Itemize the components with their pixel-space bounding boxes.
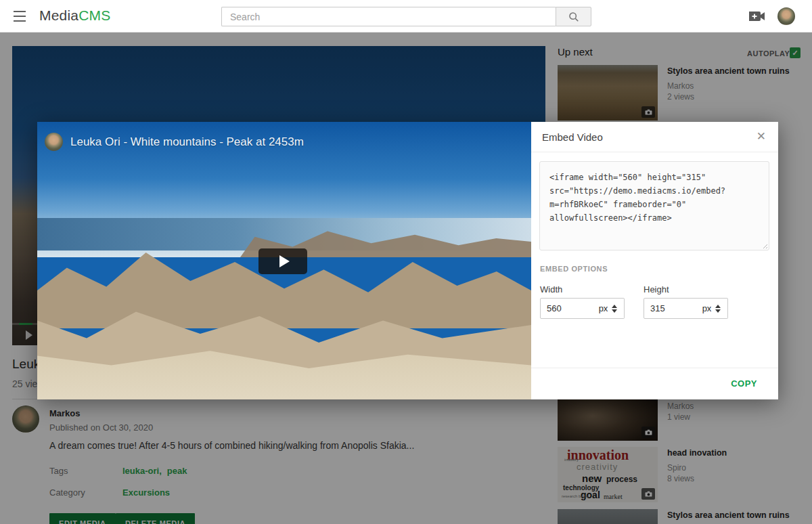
- embed-options-panel: Embed Video ✕ <iframe width="560" height…: [531, 122, 778, 399]
- width-unit-select[interactable]: px: [592, 298, 625, 319]
- width-unit-value: px: [599, 303, 608, 313]
- copy-button[interactable]: COPY: [731, 378, 757, 389]
- height-unit-select[interactable]: px: [696, 298, 728, 319]
- preview-video-title[interactable]: Leuka Ori - White mountains - Peak at 24…: [70, 135, 304, 149]
- menu-icon[interactable]: [14, 11, 26, 22]
- width-label: Width: [540, 284, 562, 294]
- top-bar: MediaCMS: [0, 0, 812, 32]
- embed-code-textarea[interactable]: <iframe width="560" height="315" src="ht…: [539, 161, 769, 250]
- height-unit-value: px: [702, 303, 712, 313]
- stepper-arrows-icon: [715, 305, 721, 313]
- play-icon: [279, 255, 290, 267]
- video-camera-plus-icon: [748, 10, 766, 22]
- divider: [531, 152, 778, 152]
- modal-title: Embed Video: [542, 131, 603, 143]
- height-label: Height: [644, 284, 669, 294]
- embed-video-modal: Leuka Ori - White mountains - Peak at 24…: [37, 122, 778, 399]
- play-button[interactable]: [258, 248, 307, 274]
- textarea-resize-handle[interactable]: [761, 242, 767, 248]
- height-input[interactable]: [644, 298, 696, 319]
- search-input[interactable]: [221, 7, 556, 26]
- preview-author-avatar[interactable]: [45, 133, 63, 151]
- app-window: MediaCMS Leuka Ori - White mountains - P…: [0, 0, 812, 524]
- logo-text-media: Media: [39, 7, 78, 23]
- logo-text-cms: CMS: [78, 7, 110, 23]
- search-button[interactable]: [556, 7, 591, 26]
- logo[interactable]: MediaCMS: [39, 7, 110, 24]
- stepper-arrows-icon: [612, 305, 617, 313]
- width-input[interactable]: [540, 298, 593, 319]
- embed-preview-player[interactable]: Leuka Ori - White mountains - Peak at 24…: [37, 122, 531, 399]
- embed-code-line: <iframe width="560" height="315": [549, 171, 759, 184]
- user-avatar[interactable]: [777, 7, 795, 25]
- embed-code-line: m=rhfBRkoeC" frameborder="0": [549, 198, 759, 211]
- close-icon[interactable]: ✕: [757, 129, 766, 144]
- upload-media-button[interactable]: [748, 10, 766, 22]
- search-icon: [568, 11, 580, 23]
- divider: [531, 368, 778, 368]
- embed-code-line: src="https://demo.mediacms.io/embed?: [549, 184, 759, 198]
- search-bar: [221, 7, 591, 26]
- embed-code-line: allowfullscreen></iframe>: [549, 211, 759, 225]
- embed-options-label: EMBED OPTIONS: [540, 265, 608, 273]
